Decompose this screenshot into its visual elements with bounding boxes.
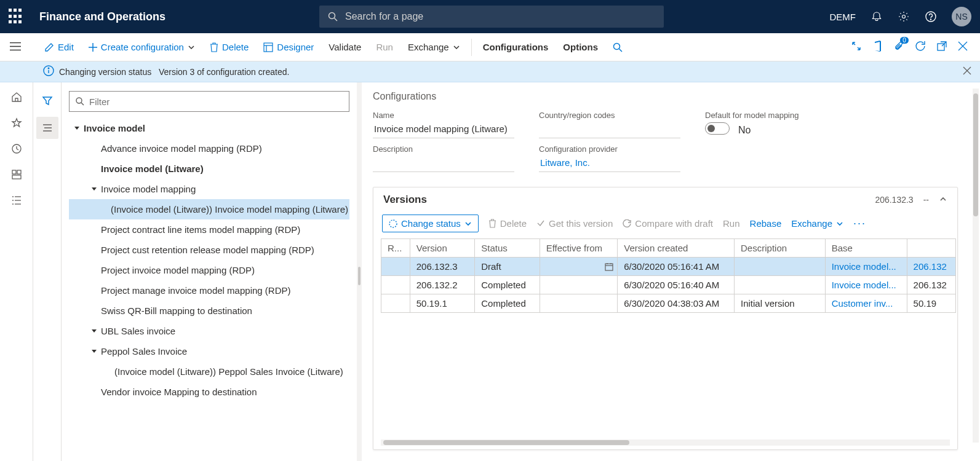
cell-status[interactable]: Draft <box>475 258 540 276</box>
tree-node[interactable]: Advance invoice model mapping (RDP) <box>69 138 349 159</box>
cell-created[interactable]: 6/30/2020 05:16:41 AM <box>618 258 735 276</box>
tree-node[interactable]: (Invoice model (Litware)) Peppol Sales I… <box>69 361 349 382</box>
close-icon[interactable] <box>958 41 968 53</box>
cell-version[interactable]: 206.132.2 <box>410 276 474 294</box>
tree-node[interactable]: Swiss QR-Bill mapping to destination <box>69 301 349 321</box>
filter-pane-icon[interactable] <box>36 90 58 112</box>
rebase-button[interactable]: Rebase <box>750 218 782 229</box>
horizontal-scrollbar[interactable] <box>381 439 950 446</box>
name-field[interactable]: Invoice model mapping (Litware) <box>373 122 514 138</box>
cell-status[interactable]: Completed <box>475 276 540 294</box>
tree-node[interactable]: Project manage invoice model mapping (RD… <box>69 280 349 301</box>
recent-icon[interactable] <box>10 143 23 155</box>
cell-effective[interactable] <box>540 276 618 294</box>
collapse-icon[interactable] <box>939 195 947 205</box>
tree-node[interactable]: Peppol Sales Invoice <box>69 341 349 361</box>
favorites-icon[interactable] <box>10 117 23 129</box>
col-created[interactable]: Version created <box>618 239 735 258</box>
col-base[interactable]: Base <box>825 239 907 258</box>
configurations-tree[interactable]: Invoice modelAdvance invoice model mappi… <box>69 118 349 402</box>
col-status[interactable]: Status <box>475 239 540 258</box>
col-r[interactable]: R... <box>381 239 410 258</box>
tree-node[interactable]: Invoice model (Litware) <box>69 159 349 179</box>
svg-point-2 <box>902 15 906 18</box>
tree-node[interactable]: Invoice model <box>69 118 349 138</box>
tree-node[interactable]: UBL Sales invoice <box>69 321 349 341</box>
tree-node[interactable]: Invoice model mapping <box>69 179 349 199</box>
vertical-scrollbar[interactable] <box>973 89 979 443</box>
col-effective[interactable]: Effective from <box>540 239 618 258</box>
cell-description[interactable]: Initial version <box>735 294 826 313</box>
cell-r[interactable] <box>381 294 410 313</box>
overflow-icon[interactable]: ··· <box>853 217 866 230</box>
tree-node[interactable]: Project invoice model mapping (RDP) <box>69 260 349 280</box>
create-configuration-button[interactable]: Create configuration <box>81 33 202 61</box>
find-button[interactable] <box>605 33 630 61</box>
tree-node[interactable]: (Invoice model (Litware)) Invoice model … <box>69 199 349 219</box>
workspaces-icon[interactable] <box>10 168 23 181</box>
expand-nav-icon[interactable] <box>10 42 21 52</box>
modules-icon[interactable] <box>10 194 23 207</box>
default-toggle[interactable] <box>705 122 730 135</box>
cell-base[interactable]: Invoice model... <box>825 276 907 294</box>
popout-icon[interactable] <box>937 41 947 53</box>
exchange-button[interactable]: Exchange <box>400 33 468 61</box>
version-row[interactable]: 206.132.3Draft6/30/2020 05:16:41 AMInvoi… <box>381 258 956 276</box>
col-description[interactable]: Description <box>735 239 826 258</box>
svg-point-0 <box>329 13 335 19</box>
cell-description[interactable] <box>735 258 826 276</box>
cell-base-version[interactable]: 50.19 <box>907 294 955 313</box>
lines-view-icon[interactable] <box>36 117 58 139</box>
tree-node[interactable]: Vendor invoice Mapping to destination <box>69 382 349 402</box>
configurations-tab[interactable]: Configurations <box>476 33 556 61</box>
filter-input[interactable] <box>89 97 343 107</box>
cell-base-version[interactable]: 206.132 <box>907 258 955 276</box>
company-picker[interactable]: DEMF <box>830 12 856 22</box>
cell-status[interactable]: Completed <box>475 294 540 313</box>
versions-exchange-button[interactable]: Exchange <box>791 218 843 229</box>
tree-node[interactable]: Project contract line items model mappin… <box>69 219 349 240</box>
splitter[interactable] <box>357 82 362 461</box>
global-search[interactable]: Search for a page <box>319 6 664 28</box>
validate-button[interactable]: Validate <box>321 33 368 61</box>
cell-version[interactable]: 50.19.1 <box>410 294 474 313</box>
version-row[interactable]: 50.19.1Completed6/30/2020 04:38:03 AMIni… <box>381 294 956 313</box>
cell-base[interactable]: Invoice model... <box>825 258 907 276</box>
tree-node[interactable]: Project cust retention release model map… <box>69 240 349 260</box>
tree-filter[interactable] <box>69 91 349 112</box>
designer-button[interactable]: Designer <box>256 33 321 61</box>
message-close-icon[interactable] <box>963 66 971 77</box>
cell-version[interactable]: 206.132.3 <box>410 258 474 276</box>
cell-created[interactable]: 6/30/2020 04:38:03 AM <box>618 294 735 313</box>
cell-description[interactable] <box>735 276 826 294</box>
country-field[interactable] <box>539 122 680 138</box>
lifecycle-icon[interactable] <box>851 41 862 53</box>
versions-table[interactable]: R... Version Status Effective from Versi… <box>381 238 956 313</box>
col-base-version[interactable] <box>907 239 955 258</box>
cell-r[interactable] <box>381 276 410 294</box>
description-field[interactable] <box>373 156 514 172</box>
delete-button[interactable]: Delete <box>202 33 256 61</box>
attachments-icon[interactable]: 0 <box>894 41 904 53</box>
cell-r[interactable] <box>381 258 410 276</box>
cell-effective[interactable] <box>540 258 618 276</box>
cell-base[interactable]: Customer inv... <box>825 294 907 313</box>
cell-effective[interactable] <box>540 294 618 313</box>
options-tab[interactable]: Options <box>556 33 605 61</box>
gear-icon[interactable] <box>898 10 910 23</box>
edit-button[interactable]: Edit <box>37 33 81 61</box>
cell-base-version[interactable]: 206.132 <box>907 276 955 294</box>
user-avatar[interactable]: NS <box>952 7 971 26</box>
home-icon[interactable] <box>10 91 23 103</box>
col-version[interactable]: Version <box>410 239 474 258</box>
svg-rect-26 <box>12 175 21 179</box>
bell-icon[interactable] <box>870 10 883 23</box>
help-icon[interactable] <box>925 10 937 23</box>
refresh-icon[interactable] <box>915 41 926 53</box>
provider-link[interactable]: Litware, Inc. <box>539 156 680 172</box>
office-icon[interactable] <box>873 41 883 53</box>
cell-created[interactable]: 6/30/2020 05:16:40 AM <box>618 276 735 294</box>
version-row[interactable]: 206.132.2Completed6/30/2020 05:16:40 AMI… <box>381 276 956 294</box>
change-status-button[interactable]: Change status <box>382 215 479 232</box>
app-launcher-icon[interactable] <box>9 9 25 25</box>
